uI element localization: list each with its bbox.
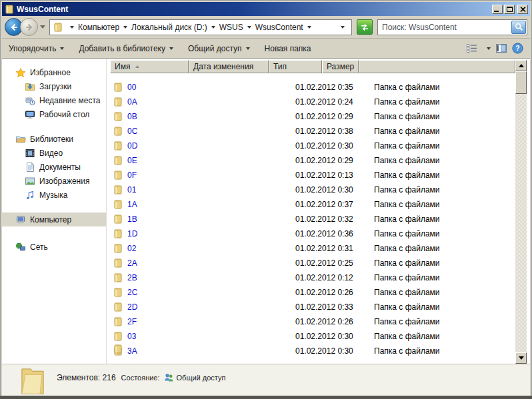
file-date: 01.02.2012 0:26 <box>291 317 370 326</box>
sidebar-item[interactable]: Библиотеки <box>2 132 106 146</box>
help-button[interactable]: ? <box>512 43 523 54</box>
sidebar-item[interactable]: Избранное <box>2 65 106 79</box>
refresh-button[interactable] <box>357 19 373 35</box>
chevron-icon[interactable] <box>70 26 74 29</box>
search-button[interactable] <box>511 21 526 34</box>
file-row[interactable]: 2D 01.02.2012 0:33 Папка с файлами <box>110 300 515 314</box>
toolbar-button[interactable]: Новая папка <box>265 44 311 53</box>
file-row[interactable]: 03 01.02.2012 0:30 Папка с файлами <box>110 329 515 344</box>
file-row[interactable]: 2F 01.02.2012 0:26 Папка с файлами <box>110 314 515 329</box>
file-row[interactable]: 2A 01.02.2012 0:25 Папка с файлами <box>110 256 515 270</box>
file-date: 01.02.2012 0:37 <box>291 200 370 209</box>
address-bar: Компьютер Локальный диск (D:) WSUS <box>2 16 530 39</box>
column-header[interactable]: Размер <box>322 60 359 73</box>
sidebar-item[interactable]: Музыка <box>2 188 106 202</box>
file-name-cell: 0B <box>110 111 291 122</box>
file-list-pane: Имя Дата изменения Тип Размер <box>107 59 530 364</box>
file-name-cell: 1B <box>110 214 291 224</box>
sidebar-item[interactable]: Видео <box>2 146 106 160</box>
computer-icon <box>15 214 26 225</box>
maximize-icon <box>507 7 513 12</box>
forward-button[interactable] <box>20 18 38 36</box>
recent-pages-dropdown-icon[interactable] <box>40 25 45 29</box>
file-row[interactable]: 1B 01.02.2012 0:32 Папка с файлами <box>110 212 515 226</box>
breadcrumb-label: WsusContent <box>255 23 303 32</box>
views-button[interactable] <box>467 44 477 53</box>
window-bottom-edge <box>0 396 532 399</box>
scroll-down-button[interactable] <box>515 352 527 364</box>
toolbar-button-label: Упорядочить <box>9 44 56 53</box>
sidebar-item[interactable]: Сеть <box>2 240 106 254</box>
maximize-button[interactable] <box>504 5 515 14</box>
sidebar-item[interactable]: Рабочий стол <box>2 107 106 121</box>
folder-icon <box>113 258 123 268</box>
breadcrumb-item[interactable]: WSUS <box>219 23 255 32</box>
sidebar-item[interactable]: Документы <box>2 160 106 174</box>
chevron-icon[interactable] <box>247 26 251 29</box>
file-name-cell: 0E <box>110 155 291 166</box>
sidebar-item[interactable]: Загрузки <box>2 79 106 93</box>
sidebar-item-label: Рабочий стол <box>39 110 89 119</box>
folder-icon <box>113 228 123 239</box>
toolbar-button[interactable]: Общий доступ <box>188 44 250 53</box>
sidebar-item[interactable]: Изображения <box>2 174 106 188</box>
column-header[interactable]: Тип <box>269 60 322 73</box>
breadcrumb-item[interactable]: Локальный диск (D:) <box>131 23 219 32</box>
breadcrumb[interactable]: Компьютер Локальный диск (D:) WSUS <box>49 19 352 35</box>
scroll-up-button[interactable] <box>515 60 527 71</box>
folder-icon <box>113 272 123 283</box>
history-dropdown-icon[interactable] <box>341 26 345 29</box>
breadcrumb-item[interactable]: WsusContent <box>255 23 315 32</box>
file-row[interactable]: 0C 01.02.2012 0:38 Папка с файлами <box>110 124 515 139</box>
file-name: 0B <box>127 112 137 121</box>
views-dropdown-icon[interactable] <box>487 47 491 50</box>
explorer-window: WsusContent Компьютер <box>0 0 532 399</box>
breadcrumb-item[interactable]: Компьютер <box>78 23 131 32</box>
breadcrumb-label: Локальный диск (D:) <box>131 23 207 32</box>
file-date: 01.02.2012 0:32 <box>291 214 370 224</box>
file-row[interactable]: 1A 01.02.2012 0:37 Папка с файлами <box>110 197 515 212</box>
preview-pane-icon <box>496 44 507 53</box>
file-row[interactable]: 0A 01.02.2012 0:24 Папка с файлами <box>110 95 515 109</box>
file-type: Папка с файлами <box>370 200 515 209</box>
file-row[interactable]: 2B 01.02.2012 0:12 Папка с файлами <box>110 270 515 285</box>
scrollbar-thumb[interactable] <box>515 71 527 94</box>
file-row[interactable]: 0B 01.02.2012 0:29 Папка с файлами <box>110 109 515 124</box>
vertical-scrollbar[interactable] <box>515 60 527 364</box>
column-header[interactable]: Дата изменения <box>189 60 269 73</box>
status-text: Элементов: 216 Состояние: Общий доступ <box>57 372 225 383</box>
file-row[interactable]: 3A 01.02.2012 0:30 Папка с файлами <box>110 344 515 358</box>
file-row[interactable]: 01 01.02.2012 0:30 Папка с файлами <box>110 183 515 197</box>
chevron-icon[interactable] <box>307 26 311 29</box>
file-date: 01.02.2012 0:31 <box>291 244 370 253</box>
search-input[interactable] <box>379 23 511 32</box>
file-name-cell: 3A <box>110 346 291 356</box>
file-type: Папка с файлами <box>370 112 515 121</box>
file-row[interactable]: 00 01.02.2012 0:35 Папка с файлами <box>110 80 515 95</box>
chevron-icon[interactable] <box>211 26 215 29</box>
file-row[interactable]: 02 01.02.2012 0:31 Папка с файлами <box>110 241 515 256</box>
file-row[interactable]: 2C 01.02.2012 0:26 Папка с файлами <box>110 285 515 300</box>
sidebar-item-label: Изображения <box>39 177 89 186</box>
column-headers: Имя Дата изменения Тип Размер <box>110 60 515 73</box>
sidebar-item[interactable]: Недавние места <box>2 93 106 107</box>
file-row[interactable]: 0D 01.02.2012 0:30 Папка с файлами <box>110 139 515 153</box>
chevron-icon[interactable] <box>123 26 127 29</box>
close-button[interactable] <box>517 5 528 14</box>
sidebar-item-label: Избранное <box>30 68 71 77</box>
file-row[interactable]: 0F 01.02.2012 0:13 Папка с файлами <box>110 168 515 183</box>
file-date: 01.02.2012 0:29 <box>291 156 370 165</box>
column-header[interactable]: Имя <box>110 60 189 73</box>
file-row[interactable]: 1D 01.02.2012 0:36 Папка с файлами <box>110 226 515 241</box>
sidebar-item[interactable]: Компьютер <box>2 212 106 226</box>
toolbar-button[interactable]: Добавить в библиотеку <box>79 44 173 53</box>
file-row[interactable]: 0E 01.02.2012 0:29 Папка с файлами <box>110 153 515 168</box>
folder-icon <box>113 243 123 254</box>
title-bar[interactable]: WsusContent <box>2 2 530 16</box>
file-type: Папка с файлами <box>370 317 515 326</box>
preview-pane-button[interactable] <box>496 44 507 53</box>
toolbar-buttons: Упорядочить Добавить в библиотеку Общий … <box>9 44 311 53</box>
minimize-button[interactable] <box>492 5 503 14</box>
file-name-cell: 2D <box>110 302 291 312</box>
toolbar-button[interactable]: Упорядочить <box>9 44 64 53</box>
